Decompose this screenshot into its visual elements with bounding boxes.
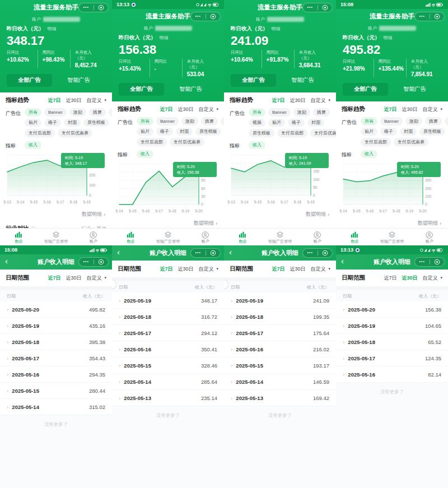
table-row[interactable]: ›2025-05-20495.82 <box>0 301 112 318</box>
adslot-chip[interactable]: 所有 <box>361 117 377 126</box>
table-row[interactable]: ›2025-05-17175.64 <box>224 325 336 341</box>
all-ads-button[interactable]: 全部广告 <box>7 74 52 87</box>
account-row[interactable]: 账户 <box>336 24 448 32</box>
range-tab-2[interactable]: 自定义 <box>86 97 101 104</box>
tab-account[interactable]: 账户 <box>410 231 448 243</box>
all-ads-button[interactable]: 全部广告 <box>343 83 388 96</box>
smart-ads-button[interactable]: 智能广告 <box>388 85 441 94</box>
income-trend-chart[interactable]: 2502001501005005-135-145-155-165-175-185… <box>227 151 333 209</box>
more-icon[interactable]: ••• <box>191 15 206 18</box>
adslot-chip[interactable]: 支付后底部 <box>277 129 307 137</box>
tab-data[interactable]: 数据 <box>112 231 150 243</box>
table-row[interactable]: ›2025-05-18395.38 <box>0 334 112 350</box>
adslot-chip[interactable]: 激励 <box>293 108 310 117</box>
income-detail-link[interactable]: 明细 <box>48 26 57 32</box>
all-ads-button[interactable]: 全部广告 <box>231 74 276 87</box>
range-tab-1[interactable]: 近30日 <box>402 275 417 282</box>
adslot-chip[interactable]: 所有 <box>137 117 153 126</box>
range-tab-1[interactable]: 近30日 <box>402 106 417 113</box>
table-row[interactable]: ›2025-05-17354.43 <box>0 350 112 366</box>
adslot-chip[interactable]: 支付后底部 <box>137 138 167 146</box>
smart-ads-button[interactable]: 智能广告 <box>276 76 329 85</box>
data-detail-link[interactable]: 数据明细› <box>0 209 112 221</box>
table-row[interactable]: ›2025-05-16294.35 <box>0 366 112 383</box>
metric-chip-income[interactable]: 收入 <box>361 150 377 159</box>
dropdown-arrow-icon[interactable]: ▾ <box>104 276 106 280</box>
range-tab-0[interactable]: 近7日 <box>160 106 172 113</box>
more-icon[interactable]: ••• <box>303 6 318 10</box>
tab-smart-ad-manage[interactable]: 智能广告管理 <box>262 231 299 243</box>
adslot-chip[interactable]: 所有 <box>25 108 41 117</box>
adslot-chip[interactable]: 贴片 <box>25 119 41 127</box>
adslot-chip[interactable]: 封面 <box>400 128 417 136</box>
range-tab-1[interactable]: 近30日 <box>178 106 193 113</box>
tab-smart-ad-manage[interactable]: 智能广告管理 <box>150 231 187 243</box>
range-tab-0[interactable]: 近7日 <box>384 275 396 282</box>
adslot-chip[interactable]: 贴片 <box>268 119 285 127</box>
back-icon[interactable]: ‹ <box>5 257 8 265</box>
range-tab-2[interactable]: 自定义 <box>310 266 325 273</box>
table-row[interactable]: ›2025-05-14146.59 <box>224 374 336 390</box>
income-trend-chart[interactable]: 40030020010005-135-145-155-165-175-185-1… <box>3 151 109 209</box>
adslot-chip[interactable]: 所有 <box>249 108 265 117</box>
adslot-chip[interactable]: Banner <box>44 108 67 117</box>
range-tab-2[interactable]: 自定义 <box>86 275 101 282</box>
more-icon[interactable]: ••• <box>415 260 430 264</box>
capsule-menu[interactable]: ••• <box>190 12 221 21</box>
income-trend-chart[interactable]: 15012090603005-145-155-165-175-185-195-2… <box>115 160 221 218</box>
range-tab-2[interactable]: 自定义 <box>198 106 213 113</box>
range-tab-1[interactable]: 近30日 <box>290 97 305 104</box>
table-row[interactable]: ›2025-05-15193.17 <box>224 357 336 374</box>
target-icon[interactable] <box>318 4 333 11</box>
industry-compare-row[interactable]: 行业对比ⓘ行业：其他 <box>0 221 112 228</box>
dropdown-arrow-icon[interactable]: ▾ <box>440 107 442 111</box>
adslot-chip[interactable]: 贴片 <box>137 128 153 136</box>
more-icon[interactable]: ••• <box>303 251 318 255</box>
tab-account[interactable]: 账户 <box>186 231 224 243</box>
range-tab-0[interactable]: 近7日 <box>48 97 60 104</box>
table-row[interactable]: ›2025-05-1682.14 <box>336 366 448 383</box>
target-icon[interactable] <box>430 13 445 20</box>
table-row[interactable]: ›2025-05-17294.12 <box>112 325 224 341</box>
smart-ads-button[interactable]: 智能广告 <box>52 76 105 85</box>
data-detail-link[interactable]: 数据明细› <box>336 218 448 228</box>
capsule-menu[interactable]: ••• <box>190 248 221 258</box>
range-tab-0[interactable]: 近7日 <box>160 266 172 273</box>
tab-account[interactable]: 账户 <box>298 231 336 243</box>
range-tab-2[interactable]: 自定义 <box>198 266 213 273</box>
range-tab-2[interactable]: 自定义 <box>310 97 325 104</box>
table-row[interactable]: ›2025-05-14285.64 <box>112 374 224 390</box>
adslot-chip[interactable]: 激励 <box>69 108 86 117</box>
table-row[interactable]: ›2025-05-18316.72 <box>112 309 224 325</box>
adslot-chip[interactable]: 插屏 <box>201 117 218 126</box>
account-row[interactable]: 账户 <box>112 24 224 32</box>
dropdown-arrow-icon[interactable]: ▾ <box>328 267 330 271</box>
back-icon[interactable]: ‹ <box>229 248 232 256</box>
adslot-chip[interactable]: 支付后优惠券 <box>310 129 336 137</box>
range-tab-0[interactable]: 近7日 <box>384 106 396 113</box>
target-icon[interactable] <box>206 250 221 256</box>
adslot-chip[interactable]: 格子 <box>288 119 305 127</box>
data-detail-link[interactable]: 数据明细› <box>224 209 336 221</box>
adslot-chip[interactable]: 支付后优惠券 <box>394 138 428 146</box>
target-icon[interactable] <box>94 259 109 265</box>
adslot-chip[interactable]: 支付后优惠券 <box>58 129 92 137</box>
adslot-chip[interactable]: 贴片 <box>361 128 377 136</box>
tab-data[interactable]: 数据 <box>336 231 374 243</box>
smart-ads-button[interactable]: 智能广告 <box>164 85 217 94</box>
target-icon[interactable] <box>94 4 109 11</box>
account-row[interactable]: 账户 <box>0 15 112 24</box>
adslot-chip[interactable]: 插屏 <box>425 117 442 126</box>
target-icon[interactable] <box>430 259 445 265</box>
tab-data[interactable]: 数据 <box>0 231 38 243</box>
metric-chip-income[interactable]: 收入 <box>137 150 153 159</box>
adslot-chip[interactable]: 插屏 <box>313 108 330 117</box>
adslot-chip[interactable]: 格子 <box>44 119 61 127</box>
income-detail-link[interactable]: 明细 <box>160 35 169 41</box>
adslot-chip[interactable]: 视频 <box>445 117 448 126</box>
adslot-chip[interactable]: Banner <box>156 117 179 126</box>
table-row[interactable]: ›2025-05-14315.02 <box>0 399 112 415</box>
table-row[interactable]: ›2025-05-20156.38 <box>336 301 448 318</box>
tab-smart-ad-manage[interactable]: 智能广告管理 <box>38 231 75 243</box>
income-detail-link[interactable]: 明细 <box>384 35 393 41</box>
